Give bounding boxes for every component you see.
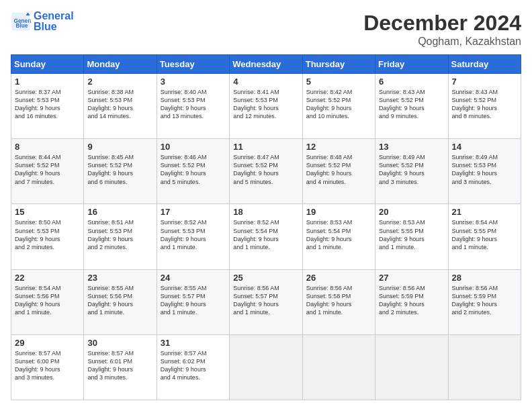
- day-number: 9: [87, 142, 152, 152]
- title-area: December 2024 Qogham, Kazakhstan: [363, 11, 521, 48]
- calendar-cell: 21Sunrise: 8:54 AMSunset: 5:55 PMDayligh…: [448, 204, 521, 269]
- calendar-cell: 22Sunrise: 8:54 AMSunset: 5:56 PMDayligh…: [11, 269, 84, 334]
- day-number: 5: [306, 77, 371, 87]
- cell-details: Sunrise: 8:57 AMSunset: 6:00 PMDaylight:…: [15, 349, 80, 382]
- calendar-cell: 8Sunrise: 8:44 AMSunset: 5:52 PMDaylight…: [11, 139, 84, 204]
- day-number: 20: [379, 207, 444, 217]
- logo-line1: General: [34, 11, 74, 21]
- cell-details: Sunrise: 8:38 AMSunset: 5:53 PMDaylight:…: [87, 88, 152, 121]
- cell-details: Sunrise: 8:52 AMSunset: 5:54 PMDaylight:…: [233, 218, 298, 251]
- cell-details: Sunrise: 8:46 AMSunset: 5:52 PMDaylight:…: [161, 153, 226, 186]
- cell-details: Sunrise: 8:56 AMSunset: 5:57 PMDaylight:…: [233, 284, 298, 317]
- day-number: 21: [452, 207, 517, 217]
- cell-details: Sunrise: 8:45 AMSunset: 5:52 PMDaylight:…: [87, 153, 152, 186]
- calendar-cell: 2Sunrise: 8:38 AMSunset: 5:53 PMDaylight…: [84, 74, 157, 139]
- week-row-1: 1Sunrise: 8:37 AMSunset: 5:53 PMDaylight…: [11, 74, 521, 139]
- week-row-5: 29Sunrise: 8:57 AMSunset: 6:00 PMDayligh…: [11, 334, 521, 400]
- cell-details: Sunrise: 8:54 AMSunset: 5:56 PMDaylight:…: [15, 284, 80, 317]
- day-number: 2: [87, 77, 152, 87]
- cell-details: Sunrise: 8:56 AMSunset: 5:59 PMDaylight:…: [379, 284, 444, 317]
- calendar-cell: 5Sunrise: 8:42 AMSunset: 5:52 PMDaylight…: [302, 74, 375, 139]
- calendar-cell: 14Sunrise: 8:49 AMSunset: 5:53 PMDayligh…: [448, 139, 521, 204]
- calendar-cell: 1Sunrise: 8:37 AMSunset: 5:53 PMDaylight…: [11, 74, 84, 139]
- day-number: 26: [306, 273, 371, 283]
- calendar-cell: 24Sunrise: 8:55 AMSunset: 5:57 PMDayligh…: [157, 269, 229, 334]
- day-number: 22: [15, 273, 80, 283]
- cell-details: Sunrise: 8:47 AMSunset: 5:52 PMDaylight:…: [233, 153, 298, 186]
- col-header-saturday: Saturday: [448, 55, 521, 74]
- header: General Blue General Blue December 2024 …: [11, 11, 521, 48]
- logo-line2: Blue: [34, 21, 74, 32]
- day-number: 18: [233, 207, 298, 217]
- day-number: 16: [87, 207, 152, 217]
- calendar-cell: 31Sunrise: 8:57 AMSunset: 6:02 PMDayligh…: [157, 334, 229, 400]
- day-number: 24: [161, 273, 226, 283]
- calendar-cell: 10Sunrise: 8:46 AMSunset: 5:52 PMDayligh…: [157, 139, 229, 204]
- day-number: 15: [15, 207, 80, 217]
- day-number: 30: [87, 338, 152, 348]
- day-number: 11: [233, 142, 298, 152]
- day-number: 7: [452, 77, 517, 87]
- cell-details: Sunrise: 8:57 AMSunset: 6:02 PMDaylight:…: [161, 349, 226, 382]
- day-number: 8: [15, 142, 80, 152]
- calendar-cell: [302, 334, 375, 400]
- cell-details: Sunrise: 8:43 AMSunset: 5:52 PMDaylight:…: [379, 88, 444, 121]
- cell-details: Sunrise: 8:53 AMSunset: 5:54 PMDaylight:…: [306, 218, 371, 251]
- cell-details: Sunrise: 8:56 AMSunset: 5:58 PMDaylight:…: [306, 284, 371, 317]
- day-number: 13: [379, 142, 444, 152]
- day-number: 12: [306, 142, 371, 152]
- day-number: 28: [452, 273, 517, 283]
- calendar-cell: 30Sunrise: 8:57 AMSunset: 6:01 PMDayligh…: [84, 334, 157, 400]
- week-row-4: 22Sunrise: 8:54 AMSunset: 5:56 PMDayligh…: [11, 269, 521, 334]
- calendar-cell: [230, 334, 302, 400]
- day-number: 29: [15, 338, 80, 348]
- month-title: December 2024: [363, 11, 521, 36]
- col-header-wednesday: Wednesday: [230, 55, 302, 74]
- calendar-body: 1Sunrise: 8:37 AMSunset: 5:53 PMDaylight…: [11, 74, 521, 400]
- calendar-cell: 13Sunrise: 8:49 AMSunset: 5:52 PMDayligh…: [375, 139, 448, 204]
- day-number: 14: [452, 142, 517, 152]
- day-number: 10: [161, 142, 226, 152]
- cell-details: Sunrise: 8:53 AMSunset: 5:55 PMDaylight:…: [379, 218, 444, 251]
- cell-details: Sunrise: 8:57 AMSunset: 6:01 PMDaylight:…: [87, 349, 152, 382]
- day-number: 3: [161, 77, 226, 87]
- calendar-cell: 6Sunrise: 8:43 AMSunset: 5:52 PMDaylight…: [375, 74, 448, 139]
- day-number: 27: [379, 273, 444, 283]
- col-header-friday: Friday: [375, 55, 448, 74]
- day-number: 4: [233, 77, 298, 87]
- logo: General Blue General Blue: [11, 11, 74, 32]
- calendar-cell: 27Sunrise: 8:56 AMSunset: 5:59 PMDayligh…: [375, 269, 448, 334]
- calendar-header-row: SundayMondayTuesdayWednesdayThursdayFrid…: [11, 55, 521, 74]
- calendar-cell: 9Sunrise: 8:45 AMSunset: 5:52 PMDaylight…: [84, 139, 157, 204]
- cell-details: Sunrise: 8:54 AMSunset: 5:55 PMDaylight:…: [452, 218, 517, 251]
- calendar-cell: 20Sunrise: 8:53 AMSunset: 5:55 PMDayligh…: [375, 204, 448, 269]
- calendar-cell: 15Sunrise: 8:50 AMSunset: 5:53 PMDayligh…: [11, 204, 84, 269]
- cell-details: Sunrise: 8:48 AMSunset: 5:52 PMDaylight:…: [306, 153, 371, 186]
- calendar-cell: [375, 334, 448, 400]
- calendar-cell: 26Sunrise: 8:56 AMSunset: 5:58 PMDayligh…: [302, 269, 375, 334]
- calendar-cell: 29Sunrise: 8:57 AMSunset: 6:00 PMDayligh…: [11, 334, 84, 400]
- page: General Blue General Blue December 2024 …: [0, 0, 532, 411]
- cell-details: Sunrise: 8:42 AMSunset: 5:52 PMDaylight:…: [306, 88, 371, 121]
- cell-details: Sunrise: 8:56 AMSunset: 5:59 PMDaylight:…: [452, 284, 517, 317]
- calendar-cell: 4Sunrise: 8:41 AMSunset: 5:53 PMDaylight…: [230, 74, 302, 139]
- cell-details: Sunrise: 8:49 AMSunset: 5:52 PMDaylight:…: [379, 153, 444, 186]
- calendar-cell: 16Sunrise: 8:51 AMSunset: 5:53 PMDayligh…: [84, 204, 157, 269]
- cell-details: Sunrise: 8:44 AMSunset: 5:52 PMDaylight:…: [15, 153, 80, 186]
- svg-text:Blue: Blue: [16, 23, 28, 29]
- calendar-cell: 11Sunrise: 8:47 AMSunset: 5:52 PMDayligh…: [230, 139, 302, 204]
- location: Qogham, Kazakhstan: [363, 36, 521, 48]
- cell-details: Sunrise: 8:55 AMSunset: 5:56 PMDaylight:…: [87, 284, 152, 317]
- calendar-cell: 23Sunrise: 8:55 AMSunset: 5:56 PMDayligh…: [84, 269, 157, 334]
- col-header-sunday: Sunday: [11, 55, 84, 74]
- calendar-cell: 7Sunrise: 8:43 AMSunset: 5:52 PMDaylight…: [448, 74, 521, 139]
- logo-text: General Blue: [34, 11, 74, 32]
- calendar-cell: 28Sunrise: 8:56 AMSunset: 5:59 PMDayligh…: [448, 269, 521, 334]
- calendar-table: SundayMondayTuesdayWednesdayThursdayFrid…: [11, 54, 521, 400]
- day-number: 31: [161, 338, 226, 348]
- day-number: 1: [15, 77, 80, 87]
- week-row-2: 8Sunrise: 8:44 AMSunset: 5:52 PMDaylight…: [11, 139, 521, 204]
- calendar-cell: 12Sunrise: 8:48 AMSunset: 5:52 PMDayligh…: [302, 139, 375, 204]
- cell-details: Sunrise: 8:43 AMSunset: 5:52 PMDaylight:…: [452, 88, 517, 121]
- calendar-cell: 3Sunrise: 8:40 AMSunset: 5:53 PMDaylight…: [157, 74, 229, 139]
